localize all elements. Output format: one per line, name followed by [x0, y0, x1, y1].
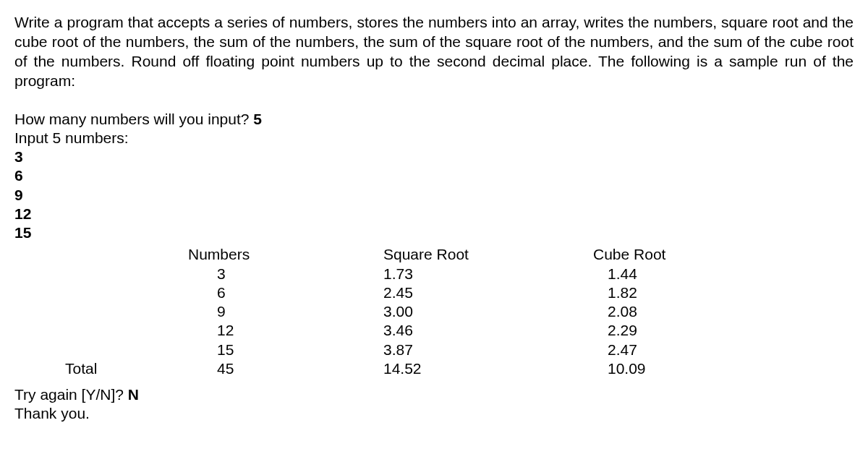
- total-label: Total: [14, 359, 188, 378]
- cell-cbrt: 1.82: [593, 283, 752, 302]
- header-numbers: Numbers: [188, 245, 383, 264]
- total-num: 45: [188, 359, 383, 378]
- input-value: 6: [14, 166, 854, 185]
- table-row: 12 3.46 2.29: [14, 321, 752, 340]
- total-sqrt: 14.52: [383, 359, 593, 378]
- cell-cbrt: 1.44: [593, 265, 752, 283]
- prompt-count-question: How many numbers will you input?: [14, 111, 253, 127]
- table-header-row: Numbers Square Root Cube Root: [14, 245, 752, 264]
- table-row: 9 3.00 2.08: [14, 302, 752, 321]
- cell-cbrt: 2.08: [593, 302, 752, 321]
- cell-sqrt: 3.46: [383, 321, 593, 340]
- input-value: 3: [14, 147, 854, 166]
- header-cbrt: Cube Root: [593, 245, 752, 264]
- cell-num: 6: [188, 283, 383, 302]
- thank-you: Thank you.: [14, 404, 854, 423]
- cell-num: 9: [188, 302, 383, 321]
- input-value: 12: [14, 205, 854, 223]
- prompt-input-label: Input 5 numbers:: [14, 129, 854, 147]
- results-table: Numbers Square Root Cube Root 3 1.73 1.4…: [14, 245, 752, 378]
- cell-num: 12: [188, 321, 383, 340]
- table-total-row: Total 45 14.52 10.09: [14, 359, 752, 378]
- table-row: 15 3.87 2.47: [14, 341, 752, 359]
- total-cbrt: 10.09: [593, 359, 752, 378]
- problem-statement: Write a program that accepts a series of…: [14, 13, 854, 91]
- cell-num: 15: [188, 341, 383, 359]
- sample-run: How many numbers will you input? 5 Input…: [14, 110, 854, 424]
- try-again-question: Try again [Y/N]?: [14, 386, 128, 403]
- cell-sqrt: 3.87: [383, 341, 593, 359]
- input-value: 9: [14, 186, 854, 205]
- try-again-answer: N: [128, 386, 139, 403]
- cell-num: 3: [188, 265, 383, 283]
- table-row: 3 1.73 1.44: [14, 265, 752, 283]
- cell-cbrt: 2.29: [593, 321, 752, 340]
- cell-cbrt: 2.47: [593, 341, 752, 359]
- prompt-count-answer: 5: [253, 111, 262, 127]
- cell-sqrt: 3.00: [383, 302, 593, 321]
- table-row: 6 2.45 1.82: [14, 283, 752, 302]
- input-value: 15: [14, 223, 854, 242]
- cell-sqrt: 2.45: [383, 283, 593, 302]
- cell-sqrt: 1.73: [383, 265, 593, 283]
- header-sqrt: Square Root: [383, 245, 593, 264]
